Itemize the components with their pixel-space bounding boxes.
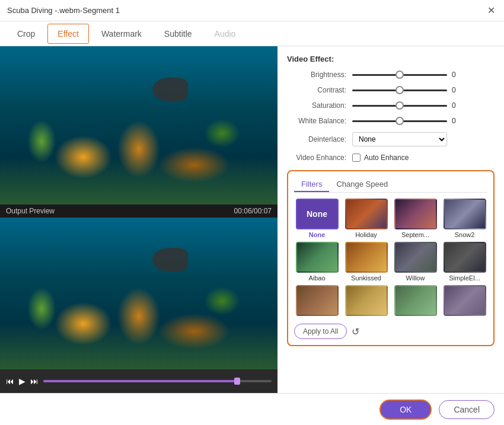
prev-button[interactable]: ⏮: [6, 376, 14, 386]
none-label-inner: None: [307, 209, 327, 219]
close-button[interactable]: ✕: [485, 5, 497, 17]
reset-icon[interactable]: ↺: [352, 326, 359, 337]
filters-tabs: Filters Change Speed: [294, 177, 487, 193]
tab-watermark[interactable]: Watermark: [91, 24, 152, 44]
filter-item-row3d[interactable]: [442, 285, 487, 318]
timestamp: 00:06/00:07: [234, 207, 272, 215]
white-balance-slider[interactable]: [352, 120, 447, 122]
filter-item-row3a[interactable]: [294, 285, 340, 318]
filter-item-snow2[interactable]: Snow2: [442, 199, 487, 238]
filter-item-sunkissed[interactable]: Sunkissed: [343, 242, 389, 282]
filter-item-aibao[interactable]: Aibao: [294, 242, 340, 282]
filter-thumb-snow2[interactable]: [444, 199, 486, 229]
white-balance-value: 0: [452, 117, 461, 125]
apply-to-all-button[interactable]: Apply to All: [294, 324, 347, 339]
filter-item-row3c[interactable]: [393, 285, 438, 318]
progress-fill: [43, 380, 237, 382]
deinterlace-select[interactable]: None Top Field First Bottom Field First: [352, 132, 447, 146]
filter-item-willow[interactable]: Willow: [393, 242, 438, 282]
tab-audio: Audio: [205, 24, 246, 44]
output-preview-label: Output Preview: [6, 207, 55, 215]
right-panel: Video Effect: Brightness: 0 Contrast: 0 …: [277, 46, 504, 393]
filter-label-september: Septem...: [401, 231, 429, 238]
brightness-slider[interactable]: [352, 74, 447, 76]
tab-bar: Crop Effect Watermark Subtitle Audio: [0, 21, 504, 46]
deinterlace-label: Deinterlace:: [287, 135, 352, 143]
coral-scene-bottom: [0, 218, 277, 369]
white-balance-label: White Balance:: [287, 117, 352, 125]
filter-item-none[interactable]: None None: [294, 199, 340, 238]
white-balance-row: White Balance: 0: [287, 117, 495, 125]
filter-thumb-holiday[interactable]: [345, 199, 388, 229]
filter-thumb-none[interactable]: None: [296, 199, 339, 229]
filter-thumb-willow[interactable]: [394, 242, 437, 273]
contrast-slider-wrap: 0: [352, 86, 495, 94]
auto-enhance-checkbox[interactable]: [352, 154, 361, 162]
white-balance-slider-wrap: 0: [352, 117, 495, 125]
coral-scene-top: [0, 46, 277, 204]
next-button[interactable]: ⏭: [30, 376, 39, 386]
main-content: Output Preview 00:06/00:07 ⏮ ▶ ⏭ Video E…: [0, 46, 504, 393]
contrast-row: Contrast: 0: [287, 86, 495, 94]
filter-label-none: None: [309, 231, 326, 238]
filter-thumb-september[interactable]: [394, 199, 437, 229]
video-preview-bottom: [0, 218, 277, 369]
enhance-label: Video Enhance:: [287, 154, 352, 162]
diver-top: [152, 78, 188, 101]
window-title: Scuba Diving -.webm-Segment 1: [7, 6, 120, 15]
filter-thumb-row3a[interactable]: [296, 285, 339, 316]
filter-item-row3b[interactable]: [343, 285, 389, 318]
tab-effect[interactable]: Effect: [47, 24, 89, 44]
tab-filters[interactable]: Filters: [294, 177, 329, 192]
saturation-slider[interactable]: [352, 105, 447, 107]
brightness-row: Brightness: 0: [287, 71, 495, 79]
saturation-label: Saturation:: [287, 101, 352, 110]
tab-subtitle[interactable]: Subtitle: [154, 24, 202, 44]
ok-button[interactable]: OK: [379, 400, 432, 420]
auto-enhance-text: Auto Enhance: [364, 154, 409, 162]
filter-label-willow: Willow: [406, 274, 425, 282]
filter-grid: None None Holiday Septem... Snow: [294, 199, 487, 318]
deinterlace-row: Deinterlace: None Top Field First Bottom…: [287, 132, 495, 146]
filter-label-holiday: Holiday: [355, 231, 377, 238]
left-panel: Output Preview 00:06/00:07 ⏮ ▶ ⏭: [0, 46, 277, 393]
progress-thumb[interactable]: [234, 378, 240, 385]
filter-label-snow2: Snow2: [455, 231, 475, 238]
contrast-slider[interactable]: [352, 90, 447, 91]
enhance-row: Video Enhance: Auto Enhance: [287, 154, 495, 162]
cancel-button[interactable]: Cancel: [439, 400, 495, 419]
tab-change-speed[interactable]: Change Speed: [329, 177, 395, 192]
play-button[interactable]: ▶: [19, 376, 25, 386]
filter-thumb-aibao[interactable]: [296, 242, 339, 273]
brightness-label: Brightness:: [287, 71, 352, 79]
filter-thumb-row3b[interactable]: [345, 285, 388, 316]
video-effect-title: Video Effect:: [287, 55, 495, 63]
contrast-value: 0: [452, 86, 461, 94]
filter-item-simpleel[interactable]: SimpleEl...: [442, 242, 487, 282]
diver-bottom: [152, 248, 188, 271]
tab-crop[interactable]: Crop: [7, 24, 45, 44]
saturation-row: Saturation: 0: [287, 101, 495, 110]
title-bar: Scuba Diving -.webm-Segment 1 ✕: [0, 0, 504, 21]
filter-label-sunkissed: Sunkissed: [351, 274, 381, 282]
bottom-bar: OK Cancel: [0, 393, 504, 425]
progress-bar[interactable]: [43, 380, 272, 382]
filter-label-aibao: Aibao: [308, 274, 325, 282]
brightness-slider-wrap: 0: [352, 71, 495, 79]
filter-thumb-row3c[interactable]: [394, 285, 437, 316]
filter-thumb-row3d[interactable]: [444, 285, 486, 316]
contrast-label: Contrast:: [287, 86, 352, 94]
brightness-value: 0: [452, 71, 461, 79]
filter-item-holiday[interactable]: Holiday: [343, 199, 389, 238]
filter-thumb-sunkissed[interactable]: [345, 242, 388, 273]
saturation-value: 0: [452, 101, 461, 110]
preview-label-bar: Output Preview 00:06/00:07: [0, 204, 277, 218]
filter-label-simpleel: SimpleEl...: [449, 274, 480, 282]
video-preview-top: [0, 46, 277, 204]
filter-item-september[interactable]: Septem...: [393, 199, 438, 238]
saturation-slider-wrap: 0: [352, 101, 495, 110]
playback-controls: ⏮ ▶ ⏭: [0, 369, 277, 393]
filters-panel: Filters Change Speed None None Holiday: [287, 170, 495, 346]
filter-thumb-simpleel[interactable]: [444, 242, 486, 273]
apply-to-all-area: Apply to All ↺: [294, 324, 487, 339]
